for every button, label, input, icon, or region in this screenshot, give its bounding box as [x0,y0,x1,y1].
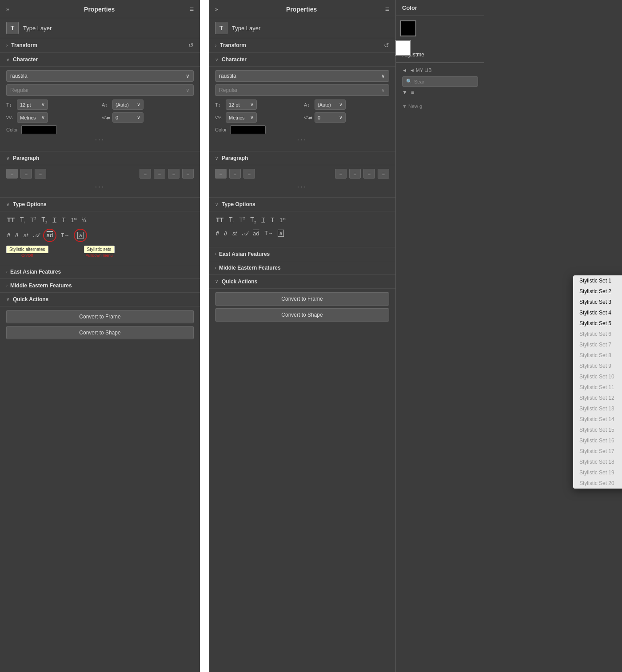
middle-justify-left-btn[interactable]: ≡ [335,169,347,179]
left-convert-shape-btn[interactable]: Convert to Shape [6,326,194,339]
middle-type-opt-tstrike[interactable]: T [270,215,275,224]
middle-justify-all-btn[interactable]: ≡ [378,169,389,179]
dropdown-item-2[interactable]: Stylistic Set 2 [573,286,622,297]
left-type-options-content: TT Tr T2 T2 T T 1st ½ fi ∂ st 𝒜 ad T→ a [0,211,200,265]
left-justify-center-btn[interactable]: ≡ [154,169,165,179]
search-bar[interactable]: 🔍 Sear [402,76,478,87]
dropdown-item-3[interactable]: Stylistic Set 3 [573,297,622,307]
middle-type-opt-tr[interactable]: Tr [228,215,235,225]
left-type-opt-abox-circled[interactable]: a [74,229,87,242]
left-align-center-btn[interactable]: ≡ [20,169,32,179]
middle-paragraph-more-options[interactable]: ··· [215,181,389,193]
middle-type-options-content: TT Tr T2 T2 T T 1st fi ∂ st 𝒜 ad T→ a [209,211,395,247]
middle-kerning-input[interactable]: 0 ∨ [315,112,346,123]
dropdown-item-1[interactable]: Stylistic Set 1 [573,275,622,286]
left-type-opt-st[interactable]: st [23,231,29,239]
left-quick-actions-section-header[interactable]: ∨ Quick Actions [0,293,200,306]
middle-type-opt-t-arrow[interactable]: T→ [264,229,274,237]
left-type-opt-tunder[interactable]: T [52,215,57,224]
left-type-opt-half[interactable]: ½ [81,216,87,224]
left-convert-frame-btn[interactable]: Convert to Frame [6,310,194,323]
middle-character-section-header[interactable]: ∨ Character [209,53,395,67]
middle-justify-center-btn[interactable]: ≡ [349,169,361,179]
left-type-opt-t-arrow[interactable]: T→ [60,231,70,239]
left-paragraph-section-header[interactable]: ∨ Paragraph [0,151,200,165]
left-type-opt-tstrike[interactable]: T [61,215,67,224]
middle-east-asian-section[interactable]: › East Asian Features [209,247,395,261]
left-middle-eastern-section[interactable]: › Middle Eastern Features [0,279,200,293]
middle-align-center-btn[interactable]: ≡ [229,169,241,179]
left-type-opt-script-a[interactable]: 𝒜 [32,231,40,240]
middle-color-swatch[interactable] [230,125,266,134]
middle-type-opt-ad[interactable]: ad [252,229,260,238]
middle-type-opt-1st[interactable]: 1st [279,216,287,224]
left-type-opt-tt[interactable]: TT [6,215,16,224]
middle-type-opt-st[interactable]: st [231,229,238,238]
middle-transform-reset-icon[interactable]: ↺ [384,42,389,49]
left-justify-all-btn[interactable]: ≡ [182,169,194,179]
left-justify-right-btn[interactable]: ≡ [168,169,179,179]
middle-type-opt-fi[interactable]: fi [215,229,220,238]
middle-convert-frame-btn[interactable]: Convert to Frame [215,292,389,306]
stylistic-sets-dropdown[interactable]: Stylistic Set 1Stylistic Set 2Stylistic … [573,275,622,489]
filter-icon[interactable]: ▼ [402,89,407,95]
middle-font-name-dropdown[interactable]: raustila ∨ [215,70,389,82]
middle-quick-actions-section-header[interactable]: ∨ Quick Actions [209,275,395,289]
left-character-section-header[interactable]: ∨ Character [0,53,200,67]
middle-transform-section[interactable]: › Transform ↺ [209,38,395,53]
left-align-right-btn[interactable]: ≡ [35,169,46,179]
left-tracking-input[interactable]: Metrics ∨ [17,112,48,123]
left-type-opt-1st[interactable]: 1st [70,216,78,224]
left-type-opt-tr[interactable]: Tr [19,215,26,225]
middle-type-opt-tunder[interactable]: T [260,215,266,224]
left-font-name-dropdown[interactable]: raustila ∨ [6,70,194,82]
left-paragraph-more-options[interactable]: ··· [6,181,194,193]
left-align-left-btn[interactable]: ≡ [6,169,18,179]
middle-font-style-dropdown[interactable]: Regular ∨ [215,84,389,96]
middle-character-more-options[interactable]: ··· [215,134,389,146]
middle-align-left-btn[interactable]: ≡ [215,169,227,179]
left-type-opt-fi[interactable]: fi [6,231,11,239]
dropdown-item-4[interactable]: Stylistic Set 4 [573,307,622,318]
middle-leading-input[interactable]: (Auto) ∨ [315,99,346,110]
middle-type-opt-abox[interactable]: a [278,230,284,237]
left-font-style-dropdown[interactable]: Regular ∨ [6,84,194,96]
left-character-more-options[interactable]: ··· [6,134,194,146]
middle-align-right-btn[interactable]: ≡ [243,169,255,179]
middle-type-opt-tsub[interactable]: T2 [249,215,257,225]
middle-middle-eastern-section[interactable]: › Middle Eastern Features [209,261,395,275]
dropdown-item-5[interactable]: Stylistic Set 5 [573,318,622,329]
left-panel-menu-icon[interactable]: ≡ [190,5,194,13]
middle-size-input[interactable]: 12 pt ∨ [226,99,257,110]
color-box-white[interactable] [395,40,411,56]
color-box-black[interactable] [400,20,416,36]
middle-type-options-section-header[interactable]: ∨ Type Options [209,198,395,211]
library-header[interactable]: ◄ ◄ MY LIB [402,68,478,73]
left-type-opt-ad-circled[interactable]: ad [43,229,56,242]
left-justify-left-btn[interactable]: ≡ [140,169,151,179]
left-east-asian-section[interactable]: › East Asian Features [0,265,200,279]
middle-paragraph-section-header[interactable]: ∨ Paragraph [209,151,395,165]
color-tab[interactable]: Color [396,0,484,16]
middle-type-opt-tsup[interactable]: T2 [238,215,246,224]
left-transform-section[interactable]: › Transform ↺ [0,38,200,53]
middle-type-opt-script-a[interactable]: 𝒜 [241,229,248,238]
dropdown-item-11: Stylistic Set 11 [573,382,622,393]
middle-type-opt-partial[interactable]: ∂ [223,229,228,238]
left-type-options-section-header[interactable]: ∨ Type Options [0,198,200,211]
left-color-swatch[interactable] [21,125,57,134]
filter-lines-icon[interactable]: ≡ [411,89,414,95]
color-swatches-stack [400,20,423,43]
left-size-input[interactable]: 12 pt ∨ [17,99,48,110]
middle-type-opt-tt[interactable]: TT [215,215,224,224]
middle-tracking-input[interactable]: Metrics ∨ [226,112,257,123]
left-type-opt-tsup[interactable]: T2 [29,215,37,224]
middle-panel-menu-icon[interactable]: ≡ [385,5,389,13]
middle-justify-right-btn[interactable]: ≡ [363,169,375,179]
left-transform-reset-icon[interactable]: ↺ [188,42,194,49]
middle-convert-shape-btn[interactable]: Convert to Shape [215,308,389,322]
left-type-opt-tsub[interactable]: T2 [40,215,48,225]
left-leading-input[interactable]: (Auto) ∨ [112,99,144,110]
left-type-opt-partial[interactable]: ∂ [15,231,19,239]
left-kerning-input[interactable]: 0 ∨ [112,112,144,123]
